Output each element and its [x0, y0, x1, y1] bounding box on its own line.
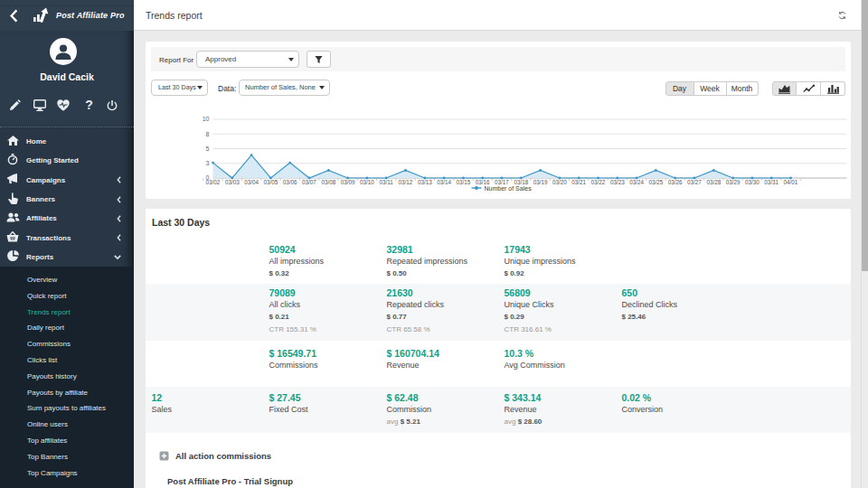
svg-text:5: 5 [206, 145, 210, 152]
svg-text:03/08: 03/08 [321, 179, 335, 185]
svg-text:03/31: 03/31 [764, 179, 778, 185]
svg-text:03/13: 03/13 [418, 179, 432, 185]
svg-text:03/28: 03/28 [706, 179, 721, 185]
svg-text:03/15: 03/15 [457, 179, 471, 185]
svg-text:03/07: 03/07 [302, 179, 316, 185]
svg-text:03/24: 03/24 [629, 179, 644, 185]
svg-text:03/09: 03/09 [341, 179, 355, 185]
svg-text:03/06: 03/06 [283, 179, 297, 185]
svg-text:03/16: 03/16 [476, 179, 490, 185]
svg-text:3: 3 [206, 160, 210, 166]
svg-text:03/11: 03/11 [380, 179, 394, 185]
svg-text:03/30: 03/30 [745, 179, 760, 185]
svg-text:03/26: 03/26 [668, 179, 683, 185]
svg-text:03/27: 03/27 [687, 179, 702, 185]
svg-text:03/29: 03/29 [726, 179, 741, 185]
svg-text:03/03: 03/03 [225, 179, 240, 185]
svg-text:03/18: 03/18 [514, 179, 528, 185]
svg-text:8: 8 [206, 131, 210, 137]
svg-text:03/10: 03/10 [360, 179, 374, 185]
svg-text:03/02: 03/02 [206, 179, 221, 185]
svg-text:10: 10 [203, 116, 210, 122]
svg-text:?: ? [85, 99, 93, 111]
svg-text:03/20: 03/20 [552, 179, 567, 185]
svg-text:03/04: 03/04 [244, 179, 259, 185]
svg-text:03/25: 03/25 [649, 179, 664, 185]
svg-text:04/01: 04/01 [784, 179, 798, 185]
svg-text:03/17: 03/17 [495, 179, 509, 185]
svg-text:03/23: 03/23 [610, 179, 625, 185]
svg-text:Number of Sales: Number of Sales [485, 185, 533, 192]
svg-text:03/19: 03/19 [533, 179, 548, 185]
svg-text:03/05: 03/05 [264, 179, 278, 185]
svg-text:03/12: 03/12 [399, 179, 413, 185]
svg-text:03/14: 03/14 [437, 179, 451, 185]
svg-text:03/22: 03/22 [591, 179, 606, 185]
svg-text:03/21: 03/21 [571, 179, 586, 185]
